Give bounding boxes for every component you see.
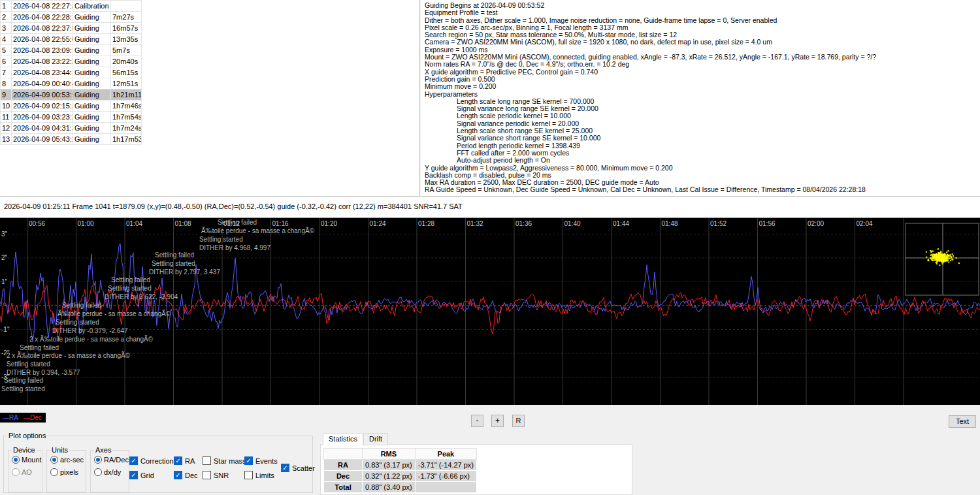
stats-table-body: RA0.83" (3.17 px)-3.71" (-14.27 px)Dec0.… bbox=[324, 460, 477, 493]
chart-annotation: DITHER by -0.379, -2.647 bbox=[52, 327, 128, 334]
session-num: 3 bbox=[1, 23, 12, 34]
checkbox-grid[interactable]: ✓Grid bbox=[129, 471, 177, 479]
stats-rms-value: 0.83" (3.17 px) bbox=[363, 460, 416, 471]
device-group: Device MountAO bbox=[8, 446, 42, 492]
session-duration: 1h7m54s bbox=[111, 112, 142, 123]
session-duration: 1h21m11s bbox=[111, 89, 142, 101]
chart-annotation: DITHER by 3.622, -2.904 bbox=[105, 293, 178, 300]
radio-dot bbox=[94, 456, 102, 464]
reset-view-button[interactable]: R bbox=[512, 415, 525, 427]
session-timestamp: 2026-04-09 00:53:52 bbox=[12, 89, 73, 101]
device-options: MountAO bbox=[8, 454, 42, 476]
session-info-line: Norm rates RA = 7.0"/s @ dec 0, Dec = 4.… bbox=[425, 61, 977, 68]
radio-mount[interactable]: Mount bbox=[12, 456, 42, 464]
checkbox-label: SNR bbox=[214, 471, 229, 479]
radio-label: arc-sec bbox=[60, 456, 84, 464]
checkbox-events[interactable]: ✓Events bbox=[244, 456, 278, 465]
sessions-panel: 12026-04-08 22:27:37Calibration22026-04-… bbox=[0, 0, 420, 197]
stats-row-ra: RA0.83" (3.17 px)-3.71" (-14.27 px) bbox=[324, 460, 477, 471]
stats-header-row: RMS Peak bbox=[324, 449, 477, 460]
session-timestamp: 2026-04-08 23:44:10 bbox=[12, 67, 73, 78]
session-row[interactable]: 102026-04-09 02:15:22Guiding1h7m46s bbox=[1, 101, 142, 112]
checkbox-label: Grid bbox=[140, 471, 154, 479]
session-row[interactable]: 92026-04-09 00:53:52Guiding1h21m11s bbox=[1, 89, 142, 101]
checkbox-label: Dec bbox=[185, 471, 198, 479]
session-row[interactable]: 132026-04-09 05:43:29Guiding1h17m53s bbox=[1, 134, 142, 145]
chart-annotation: Settling failed bbox=[4, 377, 43, 384]
session-type: Guiding bbox=[73, 23, 111, 34]
zoom-out-button[interactable]: - bbox=[471, 415, 483, 427]
radio-dx-dy[interactable]: dx/dy bbox=[94, 468, 129, 476]
radio-arc-sec[interactable]: arc-sec bbox=[50, 456, 86, 464]
sessions-table: 12026-04-08 22:27:37Calibration22026-04-… bbox=[0, 0, 142, 145]
session-row[interactable]: 12026-04-08 22:27:37Calibration bbox=[1, 1, 142, 12]
session-duration: 12m51s bbox=[111, 78, 142, 89]
session-info-line: Guiding Begins at 2026-04-09 00:53:52 bbox=[425, 2, 977, 9]
session-num: 1 bbox=[1, 1, 12, 12]
session-timestamp: 2026-04-09 05:43:29 bbox=[12, 134, 73, 145]
svg-text:02:00: 02:00 bbox=[808, 220, 824, 227]
svg-text:01:56: 01:56 bbox=[759, 220, 776, 227]
statistics-tab-body: RMS Peak RA0.83" (3.17 px)-3.71" (-14.27… bbox=[320, 444, 632, 495]
session-info-line: Prediction gain = 0.500 bbox=[425, 76, 977, 83]
radio-pixels[interactable]: pixels bbox=[50, 468, 86, 476]
stats-header-blank bbox=[324, 449, 363, 460]
zoom-in-button[interactable]: + bbox=[491, 415, 504, 427]
radio-ra-dec[interactable]: RA/Dec bbox=[94, 456, 129, 464]
tab-drift[interactable]: Drift bbox=[363, 433, 388, 445]
session-row[interactable]: 42026-04-08 22:55:06Guiding13m35s bbox=[1, 34, 142, 45]
radio-label: Mount bbox=[22, 456, 42, 464]
chart-annotation: DITHER by 4.968, 4.997 bbox=[199, 244, 270, 251]
svg-text:01:08: 01:08 bbox=[175, 220, 191, 227]
session-row[interactable]: 82026-04-09 00:40:45Guiding12m51s bbox=[1, 78, 142, 89]
checkbox-snr[interactable]: SNR bbox=[203, 471, 246, 479]
checkbox-col-4: ✓EventsLimits bbox=[244, 456, 278, 485]
tab-statistics[interactable]: Statistics bbox=[323, 433, 363, 445]
session-type: Guiding bbox=[73, 67, 111, 78]
frame-status-bar: 2026-04-09 01:25:11 Frame 1041 t=1879.09… bbox=[0, 197, 980, 218]
svg-text:01:04: 01:04 bbox=[126, 220, 142, 227]
session-timestamp: 2026-04-08 22:27:37 bbox=[12, 1, 73, 12]
session-row[interactable]: 122026-04-09 04:31:32Guiding1h7m24s bbox=[1, 123, 142, 134]
svg-text:01:00: 01:00 bbox=[78, 220, 94, 227]
session-row[interactable]: 32026-04-08 22:37:59Guiding16m57s bbox=[1, 23, 142, 34]
svg-text:01:36: 01:36 bbox=[515, 220, 532, 227]
text-button[interactable]: Text bbox=[949, 415, 976, 428]
session-type: Guiding bbox=[73, 123, 111, 134]
radio-dot bbox=[50, 468, 58, 476]
session-timestamp: 2026-04-08 22:28:18 bbox=[12, 12, 73, 23]
session-row[interactable]: 22026-04-08 22:28:18Guiding7m27s bbox=[1, 12, 142, 23]
session-row[interactable]: 112026-04-09 03:23:24Guiding1h7m54s bbox=[1, 112, 142, 123]
session-info-line: Minimum move = 0.200 bbox=[425, 83, 977, 90]
session-row[interactable]: 52026-04-08 23:09:17Guiding5m7s bbox=[1, 45, 142, 56]
checkbox-col-2: ✓RA✓Dec bbox=[174, 456, 198, 485]
checkbox-scatter[interactable]: ✓Scatter bbox=[281, 464, 315, 472]
radio-label: pixels bbox=[60, 468, 78, 476]
guide-graph-svg: 00:5601:0001:0401:0801:1201:1601:2001:24… bbox=[0, 218, 980, 405]
session-info-line: Equipment Profile = test bbox=[425, 9, 977, 16]
session-duration: 5m7s bbox=[111, 45, 142, 56]
session-row[interactable]: 72026-04-08 23:44:10Guiding56m15s bbox=[1, 67, 142, 78]
chart-annotation: Settling failed bbox=[218, 219, 257, 226]
radio-dot bbox=[50, 456, 58, 464]
stats-row-total: Total0.88" (3.40 px) bbox=[324, 482, 477, 493]
checkbox-dec[interactable]: ✓Dec bbox=[174, 471, 198, 479]
units-group-label: Units bbox=[50, 446, 69, 454]
chart-annotation: Settling started bbox=[7, 360, 50, 368]
stats-row-label: Dec bbox=[324, 471, 363, 482]
chart-annotation: DITHER by 2.797, 3.437 bbox=[149, 268, 220, 276]
sessions-table-body: 12026-04-08 22:27:37Calibration22026-04-… bbox=[1, 1, 142, 145]
svg-text:-1": -1" bbox=[1, 326, 10, 333]
checkbox-ra[interactable]: ✓RA bbox=[174, 456, 198, 465]
stats-peak-value: -3.71" (-14.27 px) bbox=[415, 460, 476, 471]
radio-ao[interactable]: AO bbox=[12, 468, 42, 476]
checkbox-star-mass[interactable]: Star mass bbox=[203, 456, 246, 465]
stats-header-rms: RMS bbox=[363, 449, 416, 460]
guide-graph[interactable]: 00:5601:0001:0401:0801:1201:1601:2001:24… bbox=[0, 218, 980, 405]
axes-group-label: Axes bbox=[94, 446, 112, 454]
session-type: Guiding bbox=[73, 101, 111, 112]
checkbox-corrections[interactable]: ✓Corrections bbox=[129, 456, 177, 465]
checkbox-limits[interactable]: Limits bbox=[244, 471, 278, 479]
session-row[interactable]: 62026-04-08 23:22:22Guiding20m40s bbox=[1, 56, 142, 67]
units-options: arc-secpixels bbox=[47, 454, 86, 476]
